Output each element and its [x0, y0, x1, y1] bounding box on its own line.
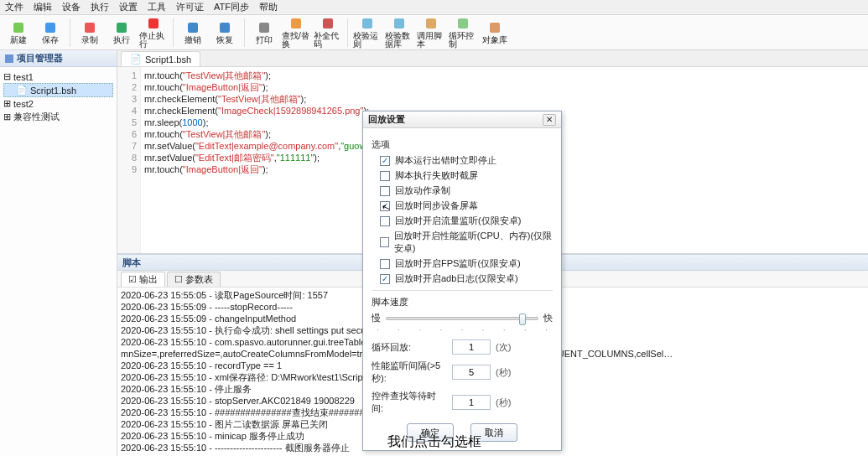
expand-icon[interactable]: ⊞: [3, 111, 11, 122]
toolbar: 新建保存录制执行停止执行撤销恢复打印查找/替换补全代码校验运则校验数据库调用脚本…: [0, 15, 868, 50]
editor-gutter: 123456789: [117, 67, 141, 253]
checkbox-4[interactable]: [380, 216, 390, 226]
option-label-1: 脚本执行失败时截屏: [395, 169, 478, 182]
checkbox-7[interactable]: [380, 274, 390, 284]
callsc-button[interactable]: 调用脚本: [416, 16, 446, 49]
menu-ATF同步[interactable]: ATF同步: [212, 1, 251, 13]
option-label-7: 回放时开启adb日志(仅限安卓): [395, 272, 518, 285]
form-label-2: 控件查找等待时间:: [372, 390, 447, 415]
menu-设备[interactable]: 设备: [60, 1, 82, 13]
checkbox-3[interactable]: [380, 201, 390, 211]
form-input-2[interactable]: [452, 395, 491, 410]
svg-rect-4: [148, 18, 159, 28]
loopctl-button[interactable]: 循环控制: [448, 16, 478, 49]
menu-工具[interactable]: 工具: [146, 1, 168, 13]
svg-rect-7: [259, 23, 269, 33]
option-row-4[interactable]: 回放时开启流量监听(仅限安卓): [380, 215, 553, 227]
undo-button[interactable]: 撤销: [178, 16, 208, 49]
playback-settings-dialog: 回放设置 ✕ 选项 脚本运行出错时立即停止脚本执行失败时截屏回放动作录制回放时同…: [362, 111, 562, 451]
project-panel-header: 项目管理器: [0, 50, 117, 67]
tab-script1[interactable]: 📄Script1.bsh: [121, 51, 200, 66]
speed-slider[interactable]: [386, 317, 538, 320]
checkbox-2[interactable]: [380, 186, 390, 196]
fast-label: 快: [543, 312, 553, 324]
objlib-icon: [488, 21, 502, 34]
save-icon: [44, 21, 57, 34]
checkbox-6[interactable]: [380, 259, 390, 269]
svg-rect-9: [323, 18, 333, 28]
checkbox-1[interactable]: [380, 171, 390, 181]
tree-node-script1[interactable]: 📄Script1.bsh: [3, 83, 113, 97]
svg-rect-5: [188, 23, 198, 33]
option-row-3[interactable]: 回放时同步设备屏幕: [380, 200, 553, 212]
menu-文件[interactable]: 文件: [3, 1, 25, 13]
project-panel-title: 项目管理器: [17, 52, 63, 65]
tree-node-test1[interactable]: ⊟test1: [3, 70, 113, 83]
redo-button[interactable]: 恢复: [210, 16, 240, 49]
option-row-0[interactable]: 脚本运行出错时立即停止: [380, 154, 553, 167]
cancel-button[interactable]: 取消: [470, 423, 517, 442]
callsc-icon: [424, 17, 438, 30]
dialog-titlebar[interactable]: 回放设置 ✕: [363, 111, 561, 128]
checkdb-button[interactable]: 校验数据库: [384, 16, 414, 49]
menu-许可证[interactable]: 许可证: [174, 1, 205, 13]
expand-icon[interactable]: ⊞: [3, 98, 11, 109]
checkdb-icon: [392, 17, 406, 30]
option-label-4: 回放时开启流量监听(仅限安卓): [395, 215, 521, 227]
menu-执行[interactable]: 执行: [89, 1, 111, 13]
form-label-0: 循环回放:: [372, 341, 447, 354]
svg-rect-11: [394, 18, 404, 28]
menubar: 文件编辑设备执行设置工具许可证ATF同步帮助: [0, 0, 868, 15]
menu-设置[interactable]: 设置: [117, 1, 139, 13]
tree-node-test2[interactable]: ⊞test2: [3, 97, 113, 110]
tree-node-compat[interactable]: ⊞兼容性测试: [3, 110, 113, 124]
checkbox-5[interactable]: [380, 237, 389, 247]
addcode-button[interactable]: 补全代码: [313, 16, 343, 49]
run-button[interactable]: 执行: [107, 16, 137, 49]
option-label-2: 回放动作录制: [395, 184, 450, 197]
project-tree[interactable]: ⊟test1 📄Script1.bsh ⊞test2 ⊞兼容性测试: [0, 67, 117, 456]
dialog-title: 回放设置: [368, 113, 543, 126]
option-label-0: 脚本运行出错时立即停止: [395, 154, 496, 167]
stop-icon: [147, 17, 160, 30]
objlib-button[interactable]: 对象库: [480, 16, 510, 49]
speed-group-label: 脚本速度: [372, 296, 553, 308]
form-input-0[interactable]: [452, 339, 491, 355]
new-icon: [12, 21, 25, 34]
option-row-2[interactable]: 回放动作录制: [380, 184, 553, 197]
run-icon: [115, 21, 128, 34]
option-row-1[interactable]: 脚本执行失败时截屏: [380, 169, 553, 182]
option-label-6: 回放时开启FPS监听(仅限安卓): [395, 257, 521, 270]
svg-rect-8: [291, 18, 301, 28]
findrep-button[interactable]: 查找/替换: [281, 16, 311, 49]
menu-帮助[interactable]: 帮助: [257, 1, 279, 13]
log-tab-1[interactable]: ☐ 参数表: [167, 272, 221, 287]
print-button[interactable]: 打印: [249, 16, 279, 49]
ok-button[interactable]: 确定: [407, 423, 454, 442]
expand-icon[interactable]: ⊟: [3, 71, 11, 82]
stop-button[interactable]: 停止执行: [138, 16, 169, 49]
save-button[interactable]: 保存: [35, 16, 65, 49]
option-row-7[interactable]: 回放时开启adb日志(仅限安卓): [380, 272, 553, 285]
record-icon: [83, 21, 96, 34]
checkrun-button[interactable]: 校验运则: [352, 16, 382, 49]
close-icon[interactable]: ✕: [543, 114, 556, 126]
slow-label: 慢: [372, 312, 381, 324]
editor-tabs: 📄Script1.bsh: [117, 50, 868, 67]
svg-rect-14: [490, 23, 500, 33]
svg-rect-3: [117, 23, 127, 33]
option-label-5: 回放时开启性能监听(CPU、内存)(仅限安卓): [394, 230, 553, 255]
menu-编辑[interactable]: 编辑: [32, 1, 54, 13]
option-row-5[interactable]: 回放时开启性能监听(CPU、内存)(仅限安卓): [380, 230, 553, 255]
options-list: 脚本运行出错时立即停止脚本执行失败时截屏回放动作录制回放时同步设备屏幕回放时开启…: [372, 154, 553, 285]
option-row-6[interactable]: 回放时开启FPS监听(仅限安卓): [380, 257, 553, 270]
record-button[interactable]: 录制: [75, 16, 105, 49]
project-sidebar: 项目管理器 ⊟test1 📄Script1.bsh ⊞test2 ⊞兼容性测试: [0, 50, 117, 456]
new-button[interactable]: 新建: [3, 16, 34, 49]
form-input-1[interactable]: [452, 365, 491, 380]
log-tab-0[interactable]: ☑ 输出: [121, 272, 165, 287]
form-label-1: 性能监听间隔(>5秒):: [372, 360, 447, 385]
checkbox-0[interactable]: [380, 156, 390, 166]
slider-thumb[interactable]: [519, 314, 526, 325]
svg-rect-12: [426, 18, 436, 28]
